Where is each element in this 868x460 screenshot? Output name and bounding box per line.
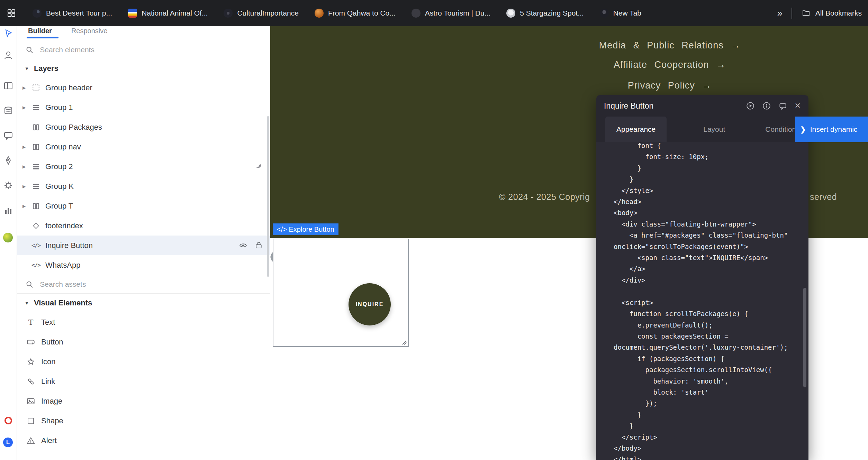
element-item-text[interactable]: T Text	[17, 312, 270, 332]
layer-row-inquire-button[interactable]: </> Inquire Button	[17, 236, 270, 255]
tab-appearance[interactable]: Appearance	[605, 117, 667, 142]
insert-dynamic-button[interactable]: ❯ Insert dynamic	[795, 117, 868, 142]
visibility-eye-icon[interactable]	[239, 241, 247, 250]
element-item-image[interactable]: Image	[17, 391, 270, 411]
layer-row-group-t[interactable]: ▶ Group T	[17, 196, 270, 216]
image-icon	[26, 396, 36, 406]
user-tool-icon[interactable]	[3, 50, 13, 61]
database-tool-icon[interactable]	[3, 105, 13, 116]
comment-icon[interactable]	[778, 101, 787, 110]
search-elements-row	[17, 41, 270, 59]
selected-element-box[interactable]: INQUIRE	[273, 239, 409, 347]
bookmarks-overflow-chevron-icon[interactable]: »	[777, 8, 783, 19]
tab-builder[interactable]: Builder	[28, 27, 52, 35]
pointer-tool-icon[interactable]	[3, 28, 13, 38]
bookmark-item[interactable]: From Qahwa to Co...	[315, 9, 396, 18]
close-icon[interactable]: ✕	[795, 101, 801, 110]
bookmark-item[interactable]: Best Desert Tour p...	[33, 9, 112, 18]
expand-arrow-icon[interactable]: ▶	[22, 145, 31, 149]
bookmark-item[interactable]: 5 Stargazing Spot...	[506, 9, 584, 18]
columns-icon	[31, 123, 42, 132]
tab-responsive[interactable]: Responsive	[71, 27, 108, 35]
layer-row-footerindex[interactable]: footerindex	[17, 216, 270, 236]
visual-elements-list: T Text Button Icon Link Image	[17, 312, 270, 450]
profile-badge[interactable]: L	[3, 438, 13, 448]
chevron-right-icon: ❯	[800, 125, 806, 134]
selected-element-tag[interactable]: </> Explore Button	[273, 223, 338, 235]
all-bookmarks-button[interactable]: All Bookmarks	[801, 9, 862, 17]
chevron-down-icon: ▼	[25, 301, 29, 306]
layer-row-group-k[interactable]: ▶ Group K	[17, 176, 270, 196]
expand-arrow-icon[interactable]: ▶	[22, 204, 31, 209]
comments-tool-icon[interactable]	[3, 130, 13, 141]
layer-row-group-2[interactable]: ▶ Group 2	[17, 157, 270, 176]
layers-section-header[interactable]: ▼ Layers	[17, 59, 270, 78]
bookmark-item[interactable]: National Animal Of...	[128, 9, 208, 18]
stack-icon	[31, 162, 42, 171]
builder-left-panel: Builder Responsive ▼ Layers ▶ Group head…	[17, 26, 270, 460]
divider	[792, 8, 792, 19]
code-scrollbar[interactable]	[803, 288, 806, 387]
stack-icon	[31, 103, 42, 112]
extension-red-icon[interactable]	[3, 415, 13, 426]
browser-bookmarks-bar: Best Desert Tour p... National Animal Of…	[0, 0, 868, 26]
inspector-tabs: Appearance Layout Conditional ❯ Insert d…	[596, 117, 808, 142]
bookmarks-list: Best Desert Tour p... National Animal Of…	[33, 9, 641, 18]
code-icon: </>	[31, 241, 42, 250]
element-item-icon[interactable]: Icon	[17, 352, 270, 371]
footer-link-affiliate[interactable]: Affiliate Cooperation →	[614, 59, 726, 70]
analytics-tool-icon[interactable]	[3, 205, 13, 215]
settings-gear-icon[interactable]	[3, 180, 13, 191]
search-icon	[25, 280, 34, 289]
layout-tool-icon[interactable]	[3, 81, 13, 91]
layer-row-group-nav[interactable]: ▶ Group nav	[17, 137, 270, 157]
columns-icon	[31, 142, 42, 151]
button-icon	[26, 337, 36, 347]
visual-elements-section-header[interactable]: ▼ Visual Elements	[17, 294, 270, 312]
expand-arrow-icon[interactable]: ▶	[22, 164, 31, 169]
bookmark-favicon	[600, 9, 609, 18]
layer-row-group-header[interactable]: ▶ Group header	[17, 78, 270, 98]
footer-link-media-relations[interactable]: Media & Public Relations →	[599, 40, 741, 51]
shape-icon	[26, 416, 36, 426]
bookmark-favicon	[412, 9, 421, 18]
apps-grid-icon[interactable]	[6, 8, 17, 18]
inspector-header: Inquire Button ✕	[596, 95, 808, 117]
footer-link-privacy[interactable]: Privacy Policy →	[628, 80, 712, 91]
link-icon	[26, 377, 36, 386]
folder-icon	[801, 9, 811, 17]
copyright-text-fragment: served	[810, 192, 837, 202]
tab-layout[interactable]: Layout	[700, 117, 729, 142]
code-icon: </>	[31, 261, 42, 270]
play-icon[interactable]	[746, 101, 755, 110]
layer-row-group-packages[interactable]: Group Packages	[17, 117, 270, 137]
element-item-button[interactable]: Button	[17, 332, 270, 352]
bookmark-item[interactable]: New Tab	[600, 9, 641, 18]
lock-icon[interactable]	[254, 241, 263, 250]
screen: Best Desert Tour p... National Animal Of…	[0, 0, 868, 460]
expand-arrow-icon[interactable]: ▶	[22, 184, 31, 189]
search-elements-input[interactable]	[39, 45, 262, 54]
element-item-alert[interactable]: Alert	[17, 431, 270, 450]
expand-arrow-icon[interactable]: ▶	[22, 85, 31, 90]
inquire-floating-button[interactable]: INQUIRE	[349, 283, 391, 325]
layer-row-group-1[interactable]: ▶ Group 1	[17, 98, 270, 117]
tool-strip: L	[0, 26, 17, 460]
element-item-link[interactable]: Link	[17, 371, 270, 391]
expand-arrow-icon[interactable]: ▶	[22, 105, 31, 110]
resize-handle-icon[interactable]	[400, 339, 407, 346]
bookmark-favicon	[506, 9, 515, 18]
design-tool-icon[interactable]	[3, 155, 13, 166]
columns-icon	[31, 202, 42, 211]
info-icon[interactable]	[762, 101, 771, 110]
element-item-shape[interactable]: Shape	[17, 411, 270, 431]
search-assets-input[interactable]	[39, 280, 262, 289]
app-logo[interactable]	[3, 233, 13, 243]
search-icon	[25, 45, 34, 54]
panel-scrollbar[interactable]	[267, 116, 269, 277]
bookmark-item[interactable]: CulturalImportance	[224, 9, 298, 18]
layer-row-whatsapp[interactable]: </> WhatsApp	[17, 255, 270, 275]
bookmark-item[interactable]: Astro Tourism | Du...	[412, 9, 490, 18]
code-content[interactable]: font { font-size: 10px; } } </style> </h…	[596, 142, 808, 460]
code-editor[interactable]: font { font-size: 10px; } } </style> </h…	[596, 142, 808, 460]
